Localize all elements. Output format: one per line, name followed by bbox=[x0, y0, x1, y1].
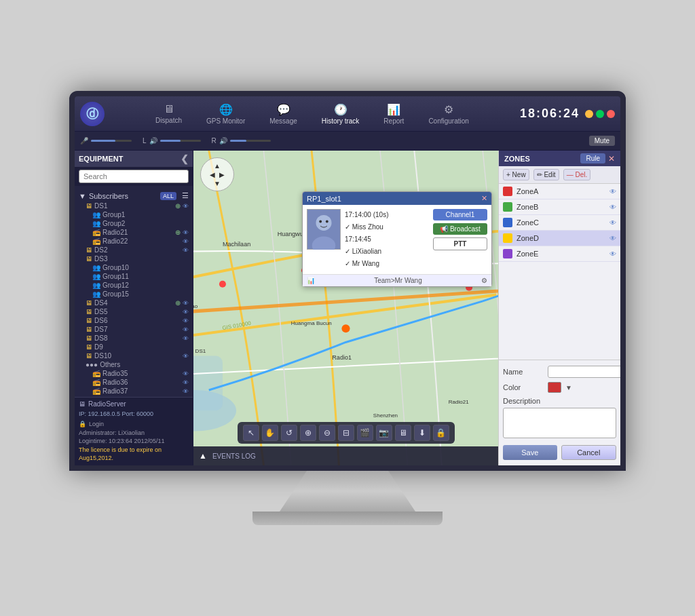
ds7-label: DS7 bbox=[94, 326, 107, 333]
nav-history[interactable]: 🕐 History track bbox=[316, 100, 365, 128]
close-button[interactable] bbox=[607, 110, 615, 118]
lock-tool[interactable]: 🔒 bbox=[433, 425, 449, 441]
zone-item-a[interactable]: ZoneA 👁 bbox=[499, 184, 620, 199]
zonec-color bbox=[503, 218, 512, 227]
sidebar-tree: ▼ Subscribers ALL ☰ 🖥 DS1 ⊕ 👁 bbox=[75, 186, 193, 397]
desc-label: Description bbox=[503, 397, 616, 405]
subscribers-header[interactable]: ▼ Subscribers ALL ☰ bbox=[75, 190, 193, 201]
tree-item-group15[interactable]: 👥 Group15 bbox=[75, 290, 193, 299]
svg-point-21 bbox=[316, 215, 331, 231]
zones-close-button[interactable]: ✕ bbox=[608, 154, 615, 163]
tree-item-group2[interactable]: 👥 Group2 bbox=[75, 219, 193, 228]
cancel-button[interactable]: Cancel bbox=[561, 445, 617, 460]
zonea-eye-icon[interactable]: 👁 bbox=[609, 188, 616, 195]
map-area[interactable]: Machilaan Huangwupai Kukengcun Debao Rad… bbox=[193, 151, 498, 465]
color-swatch[interactable] bbox=[548, 382, 561, 393]
zonee-eye-icon[interactable]: 👁 bbox=[609, 250, 616, 258]
tree-item-group11[interactable]: 👥 Group11 bbox=[75, 272, 193, 281]
nav-circle[interactable]: ▲ ◀ ▶ ▼ bbox=[200, 157, 234, 191]
popup-close-button[interactable]: ✕ bbox=[481, 194, 487, 203]
others-label: Others bbox=[100, 361, 120, 368]
refresh-tool[interactable]: ↺ bbox=[281, 425, 297, 441]
nav-report[interactable]: 📊 Report bbox=[378, 100, 409, 128]
screen-tool[interactable]: 🖥 bbox=[395, 425, 411, 441]
camera-tool[interactable]: 📷 bbox=[376, 425, 392, 441]
tree-item-radio22[interactable]: 📻 Radio22 👁 bbox=[75, 237, 193, 246]
edit-zone-button[interactable]: ✏ Edit bbox=[533, 169, 559, 180]
zoned-eye-icon[interactable]: 👁 bbox=[609, 235, 616, 242]
tree-item-radio36[interactable]: 📻 Radio36 👁 bbox=[75, 378, 193, 387]
save-button[interactable]: Save bbox=[503, 445, 557, 460]
name-input[interactable] bbox=[548, 366, 620, 378]
tree-item-ds8[interactable]: 🖥 DS8 👁 bbox=[75, 334, 193, 343]
rule-button[interactable]: Rule bbox=[580, 153, 605, 163]
new-zone-button[interactable]: + New bbox=[503, 169, 529, 180]
zone-item-d[interactable]: ZoneD 👁 bbox=[499, 231, 620, 246]
nav-left-arrow[interactable]: ◀ bbox=[210, 171, 215, 178]
tree-item-ds7[interactable]: 🖥 DS7 👁 bbox=[75, 325, 193, 334]
message-label: Message bbox=[269, 117, 297, 125]
tree-item-ds6[interactable]: 🖥 DS6 👁 bbox=[75, 316, 193, 325]
zoneb-eye-icon[interactable]: 👁 bbox=[609, 204, 616, 211]
tree-item-radio37[interactable]: 📻 Radio37 👁 bbox=[75, 387, 193, 396]
channel-button[interactable]: Channel1 bbox=[433, 209, 487, 220]
zonea-color bbox=[503, 187, 512, 196]
cursor-tool[interactable]: ↖ bbox=[243, 425, 259, 441]
zone-item-b[interactable]: ZoneB 👁 bbox=[499, 199, 620, 215]
broadcast-label: Broadcast bbox=[450, 225, 481, 233]
tree-item-radio21[interactable]: 📻 Radio21 ⊕ 👁 bbox=[75, 228, 193, 237]
nav-message[interactable]: 💬 Message bbox=[264, 100, 303, 128]
radio22-icon: 📻 bbox=[92, 237, 100, 245]
tree-item-ds10[interactable]: 🖥 DS10 👁 bbox=[75, 351, 193, 360]
hand-tool[interactable]: ✋ bbox=[262, 425, 278, 441]
nav-down-arrow[interactable]: ▼ bbox=[214, 180, 221, 187]
app-logo[interactable]: ⓓ bbox=[80, 102, 105, 126]
broadcast-button[interactable]: 📢 Broadcast bbox=[433, 223, 487, 235]
ds1-label: DS1 bbox=[94, 202, 107, 210]
tree-item-d9[interactable]: 🖥 D9 bbox=[75, 343, 193, 351]
nav-gps[interactable]: 🌐 GPS Monitor bbox=[201, 100, 250, 128]
message-icon: 💬 bbox=[277, 103, 290, 116]
tree-item-others[interactable]: ●●● Others bbox=[75, 360, 193, 369]
tree-item-ds5[interactable]: 🖥 DS5 👁 bbox=[75, 307, 193, 316]
delete-zone-button[interactable]: — Del. bbox=[563, 169, 591, 180]
popup-footer: 📊 Team>Mr Wang ⚙ bbox=[303, 274, 491, 286]
tree-item-radio35[interactable]: 📻 Radio35 👁 bbox=[75, 369, 193, 378]
collapse-button[interactable]: ❮ bbox=[181, 153, 189, 164]
events-log[interactable]: ▲ EVENTS LOG bbox=[193, 446, 498, 465]
ptt-button[interactable]: PTT bbox=[433, 237, 487, 250]
tree-item-ds1[interactable]: 🖥 DS1 ⊕ 👁 bbox=[75, 201, 193, 210]
desc-textarea[interactable] bbox=[503, 408, 616, 438]
video-tool[interactable]: 🎬 bbox=[357, 425, 373, 441]
tree-item-group1[interactable]: 👥 Group1 bbox=[75, 210, 193, 219]
zoom-in-tool[interactable]: ⊕ bbox=[300, 425, 316, 441]
color-dropdown-icon[interactable]: ▼ bbox=[565, 384, 572, 391]
speaker-slider[interactable] bbox=[160, 140, 201, 142]
r-slider[interactable] bbox=[230, 140, 271, 142]
zoom-out-tool[interactable]: ⊖ bbox=[319, 425, 335, 441]
zonec-eye-icon[interactable]: 👁 bbox=[609, 219, 616, 227]
maximize-button[interactable] bbox=[596, 110, 604, 118]
tree-item-group10[interactable]: 👥 Group10 bbox=[75, 263, 193, 272]
mic-slider[interactable] bbox=[91, 140, 132, 142]
tree-item-ds3[interactable]: 🖥 DS3 bbox=[75, 254, 193, 263]
tree-item-ds2[interactable]: 🖥 DS2 👁 bbox=[75, 246, 193, 254]
tree-item-ds4[interactable]: 🖥 DS4 ⊕ 👁 bbox=[75, 299, 193, 307]
minimize-button[interactable] bbox=[585, 110, 593, 118]
radio21-eye-icon: 👁 bbox=[183, 229, 189, 236]
ds5-eye-icon: 👁 bbox=[183, 309, 189, 315]
scale-tool[interactable]: ⊟ bbox=[338, 425, 354, 441]
download-tool[interactable]: ⬇ bbox=[414, 425, 430, 441]
nav-dispatch[interactable]: 🖥 Dispatch bbox=[150, 100, 187, 128]
tree-item-group12[interactable]: 👥 Group12 bbox=[75, 281, 193, 290]
zones-toolbar: + New ✏ Edit — Del. bbox=[499, 166, 620, 184]
search-input[interactable] bbox=[79, 170, 189, 183]
zone-item-c[interactable]: ZoneC 👁 bbox=[499, 215, 620, 231]
nav-right-arrow[interactable]: ▶ bbox=[219, 171, 225, 178]
nav-up-arrow[interactable]: ▲ bbox=[214, 162, 221, 170]
mute-button[interactable]: Mute bbox=[589, 136, 615, 146]
svg-text:Shenzhen: Shenzhen bbox=[373, 412, 398, 419]
list-icon: ☰ bbox=[182, 191, 189, 200]
nav-config[interactable]: ⚙ Configuration bbox=[423, 100, 474, 128]
zone-item-e[interactable]: ZoneE 👁 bbox=[499, 246, 620, 262]
